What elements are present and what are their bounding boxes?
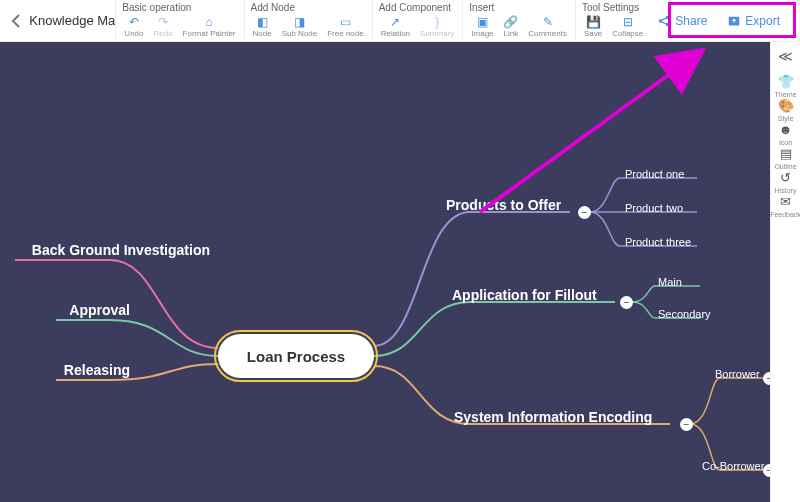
right-sidebar: ≪ 👕Theme🎨Style☻Icon▤Outline↺History✉Feed… — [770, 42, 800, 502]
relation-button[interactable]: ↗Relation — [379, 15, 412, 38]
save-button[interactable]: 💾Save — [582, 15, 604, 38]
leaf-label: Product one — [625, 168, 684, 180]
branch-label: Back Ground Investigation — [32, 242, 210, 258]
toolbar-group-title: Insert — [469, 2, 569, 13]
branch-label: Releasing — [64, 362, 130, 378]
icon-icon: ☻ — [779, 122, 793, 137]
sidebar-item-label: Style — [778, 115, 794, 122]
branch-application[interactable]: Application for Fillout — [452, 287, 597, 303]
toolbar-group-title: Add Node — [251, 2, 366, 13]
outline-icon: ▤ — [780, 146, 792, 161]
export-label: Export — [745, 14, 780, 28]
toolbar-group-title: Basic operation — [122, 2, 237, 13]
format-painter-icon: ⌂ — [202, 15, 216, 29]
link-icon: 🔗 — [504, 15, 518, 29]
comments-button[interactable]: ✎Comments — [526, 15, 569, 38]
share-button[interactable]: Share — [651, 10, 713, 32]
toolbar-group-tool-settings: Tool Settings💾Save⊟Collapse — [575, 0, 651, 42]
collapse-button[interactable]: ⊟Collapse — [610, 15, 645, 38]
style-icon: 🎨 — [778, 98, 794, 113]
summary-button[interactable]: }Summary — [418, 15, 456, 38]
sidebar-item-theme[interactable]: 👕Theme — [770, 74, 800, 98]
sidebar-item-feedback[interactable]: ✉Feedback — [770, 194, 800, 218]
svg-line-4 — [480, 52, 700, 212]
back-button[interactable] — [8, 13, 23, 29]
branch-releasing[interactable]: Releasing — [0, 362, 130, 378]
svg-point-2 — [666, 22, 670, 26]
branch-label: Products to Offer — [446, 197, 561, 213]
leaf-secondary[interactable]: Secondary — [658, 308, 711, 320]
collapse-toggle[interactable]: − — [578, 206, 591, 219]
toolbar-item-label: Save — [584, 29, 602, 38]
toolbar-item-label: Free node — [327, 29, 363, 38]
undo-button[interactable]: ↶Undo — [122, 15, 145, 38]
toolbar-group-insert: Insert▣Image🔗Link✎Comments — [462, 0, 575, 42]
redo-button[interactable]: ↷Redo — [151, 15, 174, 38]
toolbar-item-label: Sub Node — [282, 29, 318, 38]
relation-icon: ↗ — [388, 15, 402, 29]
toolbar-item-label: Comments — [528, 29, 567, 38]
leaf-label: Product three — [625, 236, 691, 248]
toolbar-group-add-component: Add Component↗Relation}Summary — [372, 0, 463, 42]
branch-label: Application for Fillout — [452, 287, 597, 303]
save-icon: 💾 — [586, 15, 600, 29]
summary-icon: } — [430, 15, 444, 29]
toolbar-group-title: Tool Settings — [582, 2, 645, 13]
format-painter-button[interactable]: ⌂Format Painter — [181, 15, 238, 38]
toolbar-item-label: Image — [471, 29, 493, 38]
export-icon — [727, 14, 741, 28]
link-button[interactable]: 🔗Link — [502, 15, 521, 38]
collapse-toggle[interactable]: − — [620, 296, 633, 309]
image-icon: ▣ — [475, 15, 489, 29]
toolbar-item-label: Undo — [124, 29, 143, 38]
collapse-icon: ⊟ — [621, 15, 635, 29]
leaf-label: Product two — [625, 202, 683, 214]
toolbar-group-title: Add Component — [379, 2, 457, 13]
leaf-label: Borrower — [715, 368, 760, 380]
annotation-arrow — [0, 42, 770, 502]
sidebar-item-style[interactable]: 🎨Style — [770, 98, 800, 122]
branch-products[interactable]: Products to Offer — [446, 197, 561, 213]
free-node-button[interactable]: ▭Free node — [325, 15, 365, 38]
collapse-toggle[interactable]: − — [763, 372, 770, 385]
mindmap-canvas[interactable]: Loan Process Back Ground Investigation A… — [0, 42, 770, 502]
leaf-product-one[interactable]: Product one — [625, 168, 684, 180]
center-node-label: Loan Process — [247, 348, 345, 365]
mindmap-edges — [0, 42, 770, 502]
leaf-label: Secondary — [658, 308, 711, 320]
sidebar-item-icon[interactable]: ☻Icon — [770, 122, 800, 146]
chevron-left-icon — [11, 14, 21, 28]
free-node-icon: ▭ — [338, 15, 352, 29]
leaf-borrower[interactable]: Borrower — [715, 368, 760, 380]
leaf-label: Co-Borrower — [702, 460, 764, 472]
export-button[interactable]: Export — [721, 10, 786, 32]
sub-node-button[interactable]: ◨Sub Node — [280, 15, 320, 38]
sidebar-item-label: History — [775, 187, 797, 194]
leaf-product-two[interactable]: Product two — [625, 202, 683, 214]
branch-investigation[interactable]: Back Ground Investigation — [0, 242, 210, 258]
sidebar-item-label: Feedback — [770, 211, 800, 218]
sidebar-item-history[interactable]: ↺History — [770, 170, 800, 194]
share-icon — [657, 14, 671, 28]
toolbar-group-basic-operation: Basic operation↶Undo↷Redo⌂Format Painter — [115, 0, 243, 42]
collapse-toggle[interactable]: − — [680, 418, 693, 431]
collapse-toggle[interactable]: − — [763, 464, 770, 477]
image-button[interactable]: ▣Image — [469, 15, 495, 38]
toolbar-item-label: Relation — [381, 29, 410, 38]
sidebar-collapse[interactable]: ≪ — [778, 48, 793, 64]
branch-system-info[interactable]: System Information Encoding — [454, 409, 652, 425]
svg-point-1 — [666, 15, 670, 19]
toolbar-group-add-node: Add Node◧Node◨Sub Node▭Free node — [244, 0, 372, 42]
leaf-coborrower[interactable]: Co-Borrower — [702, 460, 764, 472]
undo-icon: ↶ — [127, 15, 141, 29]
sidebar-item-outline[interactable]: ▤Outline — [770, 146, 800, 170]
center-node[interactable]: Loan Process — [218, 334, 374, 378]
leaf-main[interactable]: Main — [658, 276, 682, 288]
branch-label: Approval — [69, 302, 130, 318]
toolbar-item-label: Redo — [153, 29, 172, 38]
sidebar-item-label: Icon — [779, 139, 792, 146]
node-button[interactable]: ◧Node — [251, 15, 274, 38]
leaf-product-three[interactable]: Product three — [625, 236, 691, 248]
branch-approval[interactable]: Approval — [0, 302, 130, 318]
redo-icon: ↷ — [156, 15, 170, 29]
